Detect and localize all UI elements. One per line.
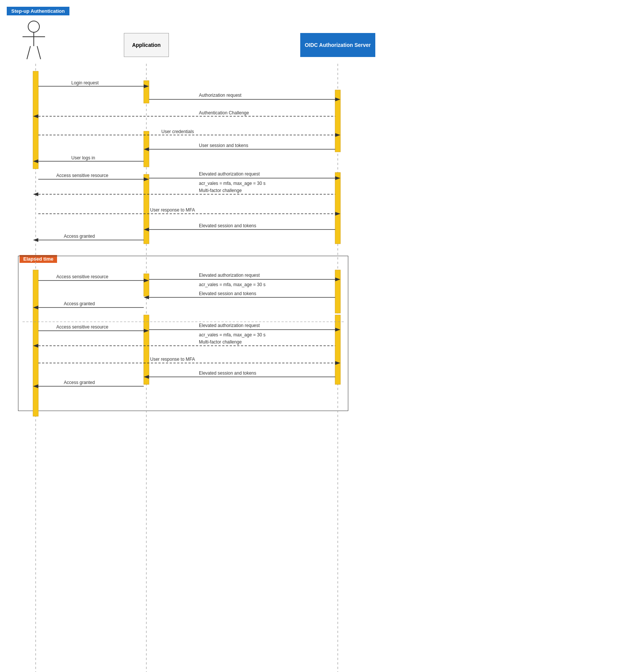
- msg-user-creds-arrow: [335, 133, 340, 137]
- msg-auth-challenge-label: Authentication Challenge: [199, 110, 249, 116]
- msg-elevated-session-1-arrow: [144, 228, 149, 231]
- msg-elevated-auth-1-label: Elevated authorization request: [199, 171, 260, 177]
- stick-torso: [33, 33, 34, 46]
- msg-auth-request-label: Authorization request: [199, 93, 242, 98]
- sequence-diagram: Step-up Authentication Application OIDC …: [0, 0, 638, 672]
- msg-auth-request-arrow: [335, 98, 340, 101]
- msg-login-request-label: Login request: [71, 80, 99, 86]
- msg-auth-challenge-arrow: [33, 114, 38, 118]
- application-label: Application: [132, 42, 161, 48]
- title-bar: Step-up Authentication: [7, 7, 69, 15]
- app-activation-3: [144, 174, 149, 244]
- msg-elevated-session-1-label: Elevated session and tokens: [199, 223, 256, 228]
- msg-mfa-response-1-arrow: [335, 212, 340, 216]
- msg-access-granted-1-arrow: [33, 238, 38, 242]
- stick-legs: [30, 46, 38, 60]
- msg-access-resource-1-label: Access sensitive resource: [56, 173, 108, 178]
- oidc-label: OIDC Authorization Server: [305, 42, 371, 48]
- msg-access-granted-1-label: Access granted: [64, 234, 95, 239]
- stick-leg-right: [37, 46, 41, 59]
- msg-elevated-auth-1-arrow: [335, 176, 340, 180]
- msg-mfa-response-1-label: User response to MFA: [150, 207, 195, 213]
- msg-access-resource-1-arrow: [144, 177, 149, 181]
- application-box: Application: [124, 33, 169, 57]
- msg-mfa-challenge-1-label: Multi-factor challenge: [199, 188, 242, 193]
- stick-leg-left: [27, 46, 31, 59]
- app-activation-1: [144, 81, 149, 103]
- oidc-activation-2: [335, 172, 340, 244]
- title-text: Step-up Authentication: [11, 8, 65, 14]
- oidc-box: OIDC Authorization Server: [300, 33, 375, 57]
- stick-head: [28, 21, 40, 33]
- user-activation-1: [33, 71, 38, 169]
- msg-acr-1-label: acr_vales = mfa, max_age = 30 s: [199, 181, 265, 186]
- stick-arms: [23, 36, 45, 37]
- stick-body: [23, 33, 45, 60]
- oidc-activation-1: [335, 90, 340, 152]
- actor-user: [23, 21, 45, 60]
- msg-mfa-challenge-1-arrow: [33, 192, 38, 196]
- msg-login-request-arrow: [144, 84, 149, 88]
- msg-user-creds-label: User credentials: [161, 129, 194, 134]
- msg-user-logs-in-arrow: [33, 159, 38, 163]
- msg-user-logs-in-label: User logs in: [71, 155, 95, 160]
- app-activation-2: [144, 131, 149, 167]
- msg-session-tokens-arrow: [144, 147, 149, 151]
- msg-session-tokens-label: User session and tokens: [199, 143, 248, 148]
- elapsed-box: [18, 256, 348, 411]
